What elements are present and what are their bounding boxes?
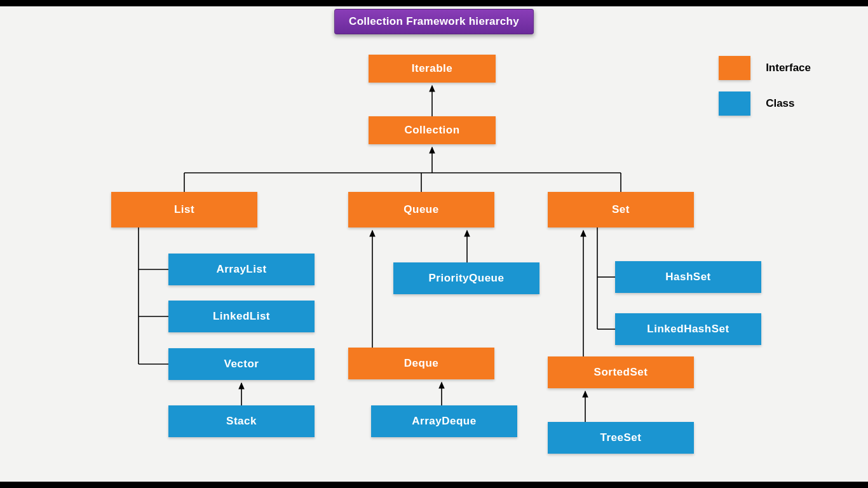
- legend: Interface Class: [719, 56, 811, 127]
- node-hashset: HashSet: [615, 261, 761, 293]
- node-iterable: Iterable: [369, 55, 496, 83]
- legend-label-class: Class: [766, 97, 794, 110]
- node-queue: Queue: [348, 192, 494, 227]
- node-sortedset: SortedSet: [548, 356, 694, 388]
- node-vector: Vector: [168, 348, 315, 380]
- node-arraylist: ArrayList: [168, 254, 315, 285]
- top-border: [0, 0, 868, 6]
- legend-swatch-class: [719, 92, 750, 116]
- node-linkedhashset: LinkedHashSet: [615, 313, 761, 345]
- node-treeset: TreeSet: [548, 422, 694, 454]
- node-arraydeque: ArrayDeque: [371, 405, 517, 437]
- diagram-title: Collection Framework hierarchy: [334, 9, 534, 34]
- node-collection: Collection: [369, 116, 496, 144]
- legend-row-interface: Interface: [719, 56, 811, 80]
- legend-label-interface: Interface: [766, 62, 811, 74]
- node-set: Set: [548, 192, 694, 227]
- node-list: List: [111, 192, 257, 227]
- bottom-border: [0, 482, 868, 488]
- node-stack: Stack: [168, 405, 315, 437]
- node-linkedlist: LinkedList: [168, 301, 315, 332]
- legend-swatch-interface: [719, 56, 750, 80]
- node-deque: Deque: [348, 348, 494, 379]
- node-priorityqueue: PriorityQueue: [393, 262, 539, 294]
- legend-row-class: Class: [719, 92, 811, 116]
